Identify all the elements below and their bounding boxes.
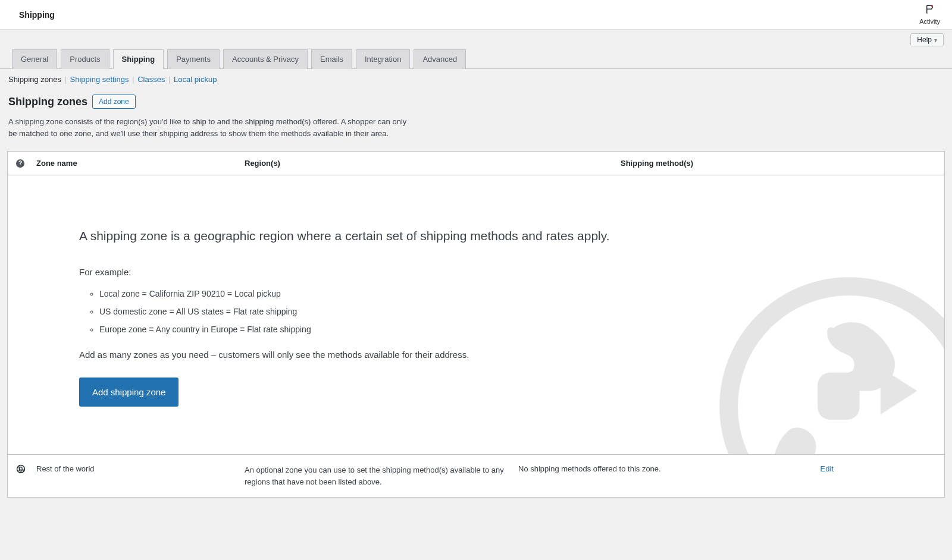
subnav-current: Shipping zones bbox=[8, 75, 61, 84]
svg-point-0 bbox=[931, 5, 933, 7]
page-title: Shipping bbox=[19, 10, 55, 20]
empty-state-note: Add as many zones as you need – customer… bbox=[79, 350, 873, 360]
example-item: Europe zone = Any country in Europe = Fl… bbox=[99, 325, 873, 334]
help-dropdown[interactable]: Help bbox=[910, 33, 944, 46]
example-item: Local zone = California ZIP 90210 = Loca… bbox=[99, 289, 873, 298]
footer-edit-link[interactable]: Edit bbox=[821, 464, 834, 473]
help-label: Help bbox=[917, 36, 932, 44]
add-zone-button[interactable]: Add zone bbox=[92, 95, 136, 109]
globe-icon bbox=[16, 464, 36, 474]
activity-button[interactable]: Activity bbox=[919, 4, 940, 25]
shipping-subnav: Shipping zones | Shipping settings | Cla… bbox=[0, 69, 952, 84]
heading-row: Shipping zones Add zone bbox=[0, 84, 952, 114]
example-item: US domestic zone = All US states = Flat … bbox=[99, 307, 873, 316]
activity-label: Activity bbox=[919, 18, 940, 25]
tab-emails[interactable]: Emails bbox=[311, 49, 352, 69]
tab-shipping[interactable]: Shipping bbox=[113, 49, 164, 69]
footer-zone-regions: An optional zone you can use to set the … bbox=[245, 464, 518, 487]
tab-general[interactable]: General bbox=[12, 49, 57, 69]
settings-tabs: General Products Shipping Payments Accou… bbox=[0, 30, 952, 69]
empty-state-for-example: For example: bbox=[79, 267, 873, 277]
subnav-classes[interactable]: Classes bbox=[137, 75, 165, 84]
rest-of-world-row: Rest of the world An optional zone you c… bbox=[8, 455, 944, 497]
help-tooltip-icon[interactable]: ? bbox=[16, 159, 24, 168]
col-header-methods: Shipping method(s) bbox=[621, 159, 906, 168]
zones-empty-state: A shipping zone is a geographic region w… bbox=[8, 175, 944, 455]
tab-integration[interactable]: Integration bbox=[356, 49, 410, 69]
col-header-zone-name: Zone name bbox=[36, 159, 245, 168]
tab-accounts-privacy[interactable]: Accounts & Privacy bbox=[223, 49, 308, 69]
subnav-local-pickup[interactable]: Local pickup bbox=[174, 75, 217, 84]
activity-flag-icon bbox=[925, 4, 935, 17]
footer-zone-name: Rest of the world bbox=[36, 464, 245, 473]
tab-advanced[interactable]: Advanced bbox=[414, 49, 466, 69]
col-header-regions: Region(s) bbox=[245, 159, 621, 168]
footer-zone-methods: No shipping methods offered to this zone… bbox=[518, 464, 804, 473]
tab-products[interactable]: Products bbox=[61, 49, 109, 69]
tab-payments[interactable]: Payments bbox=[167, 49, 220, 69]
table-header: ? Zone name Region(s) Shipping method(s) bbox=[8, 152, 944, 175]
zones-table: ? Zone name Region(s) Shipping method(s)… bbox=[7, 151, 945, 498]
empty-state-examples: Local zone = California ZIP 90210 = Loca… bbox=[79, 289, 873, 334]
empty-state-heading: A shipping zone is a geographic region w… bbox=[79, 229, 873, 243]
subnav-shipping-settings[interactable]: Shipping settings bbox=[70, 75, 129, 84]
section-heading: Shipping zones bbox=[8, 96, 87, 108]
add-shipping-zone-button[interactable]: Add shipping zone bbox=[79, 377, 178, 407]
top-header: Shipping Activity bbox=[0, 0, 952, 30]
section-description: A shipping zone consists of the region(s… bbox=[0, 114, 416, 147]
